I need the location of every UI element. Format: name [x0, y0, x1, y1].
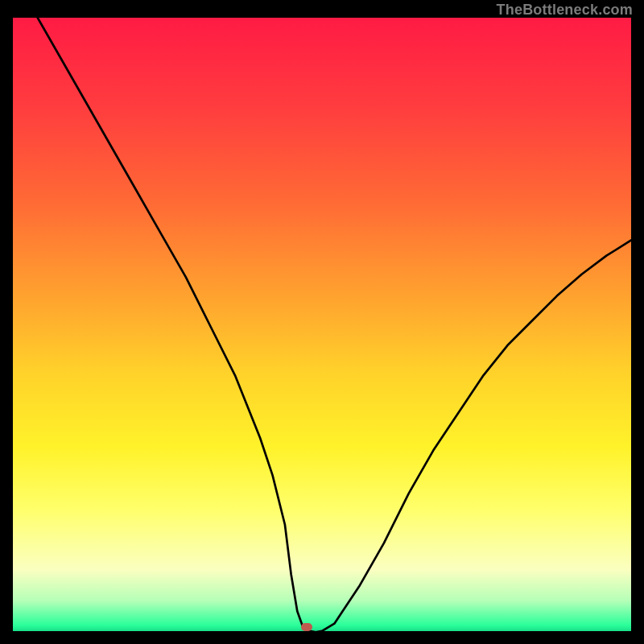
- optimal-point-marker: [301, 623, 312, 631]
- watermark-text: TheBottleneck.com: [497, 2, 633, 19]
- plot-area: [13, 18, 631, 631]
- bottleneck-curve: [38, 18, 631, 632]
- chart-frame: TheBottleneck.com: [0, 0, 644, 644]
- curve-layer: [13, 18, 631, 636]
